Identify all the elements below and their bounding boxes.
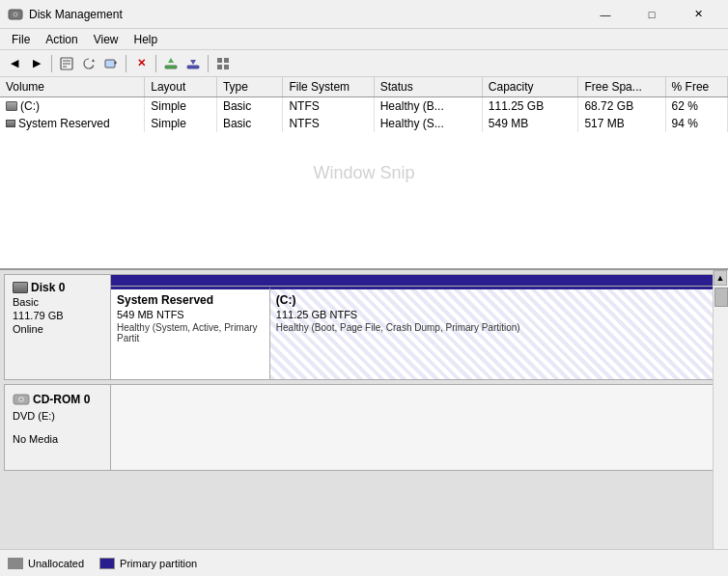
menu-help[interactable]: Help — [126, 31, 166, 48]
svg-marker-7 — [92, 59, 95, 62]
window-title: Disk Management — [29, 8, 123, 21]
legend-label-primary: Primary partition — [120, 558, 197, 569]
close-button[interactable]: ✕ — [676, 5, 720, 24]
svg-marker-14 — [190, 60, 196, 65]
legend-unallocated: Unallocated — [8, 558, 84, 569]
export-button[interactable] — [182, 53, 204, 74]
cell-freespace: 68.72 GB — [578, 96, 665, 115]
cell-volume: (C:) — [0, 96, 145, 115]
toolbar-separator-1 — [51, 55, 52, 72]
disk-0-label: Disk 0 Basic 111.79 GB Online — [5, 275, 111, 379]
col-capacity: Capacity — [482, 77, 578, 96]
table-area: Volume Layout Type File System Status Ca… — [0, 77, 728, 270]
disk-icon — [6, 101, 17, 111]
disk-0-name: Disk 0 — [31, 281, 65, 294]
legend-box-primary — [99, 558, 115, 569]
svg-marker-12 — [168, 58, 174, 63]
disk-0-header-bar — [111, 275, 723, 287]
properties-button[interactable] — [56, 53, 77, 74]
col-status: Status — [374, 77, 482, 96]
toolbar-separator-2 — [126, 55, 126, 72]
svg-rect-16 — [224, 58, 229, 63]
svg-rect-8 — [105, 60, 115, 68]
svg-rect-11 — [165, 66, 177, 69]
main-content: Volume Layout Type File System Status Ca… — [0, 77, 728, 576]
menu-bar: File Action View Help — [0, 29, 728, 50]
cell-layout: Simple — [145, 115, 217, 132]
table-row[interactable]: System Reserved Simple Basic NTFS Health… — [0, 115, 728, 132]
cdrom-name: CD-ROM 0 — [33, 393, 90, 406]
disk-0-row: Disk 0 Basic 111.79 GB Online System Res… — [4, 274, 724, 380]
menu-action[interactable]: Action — [38, 31, 85, 48]
disk-area-wrapper: Disk 0 Basic 111.79 GB Online System Res… — [0, 270, 728, 576]
cell-status: Healthy (S... — [374, 115, 482, 132]
maximize-button[interactable]: □ — [630, 5, 674, 24]
menu-file[interactable]: File — [4, 31, 38, 48]
import-button[interactable] — [160, 53, 182, 74]
cell-volume: System Reserved — [0, 115, 145, 132]
svg-rect-13 — [187, 66, 199, 69]
snip-watermark: Window Snip — [313, 163, 414, 183]
minimize-button[interactable]: — — [583, 5, 628, 24]
col-volume: Volume — [0, 77, 145, 96]
forward-button[interactable]: ▶ — [26, 53, 47, 74]
vertical-scrollbar[interactable]: ▲ ▼ — [713, 270, 728, 576]
toolbar-separator-4 — [208, 55, 209, 72]
svg-rect-15 — [217, 58, 222, 63]
svg-rect-18 — [224, 65, 229, 69]
legend-label-unallocated: Unallocated — [28, 558, 84, 569]
table-row[interactable]: (C:) Simple Basic NTFS Healthy (B... 111… — [0, 96, 728, 115]
volume-table: Volume Layout Type File System Status Ca… — [0, 77, 728, 132]
svg-rect-17 — [217, 65, 222, 69]
toolbar-separator-3 — [155, 55, 156, 72]
disk-area: Disk 0 Basic 111.79 GB Online System Res… — [0, 270, 728, 549]
svg-point-21 — [20, 398, 22, 400]
cell-layout: Simple — [145, 96, 217, 115]
title-bar: Disk Management — □ ✕ — [0, 0, 728, 29]
back-button[interactable]: ◀ — [4, 53, 25, 74]
partition-c[interactable]: (C:) 111.25 GB NTFS Healthy (Boot, Page … — [270, 287, 723, 379]
cdrom-status: No Media — [13, 433, 102, 445]
more-button[interactable] — [212, 53, 234, 74]
partition-name: System Reserved — [117, 293, 264, 307]
cdrom-icon — [13, 391, 30, 408]
cell-fs: NTFS — [283, 115, 374, 132]
window-controls: — □ ✕ — [583, 5, 720, 24]
cell-pctfree: 62 % — [665, 96, 727, 115]
cdrom-0-row: CD-ROM 0 DVD (E:) No Media — [4, 384, 724, 471]
disk-0-icon — [13, 282, 28, 293]
col-pctfree: % Free — [665, 77, 727, 96]
partition-system-reserved[interactable]: System Reserved 549 MB NTFS Healthy (Sys… — [111, 287, 270, 379]
partition-status: Healthy (System, Active, Primary Partit — [117, 322, 264, 343]
partition-size: 111.25 GB NTFS — [276, 309, 716, 320]
col-layout: Layout — [145, 77, 217, 96]
disk-icon-small — [6, 120, 15, 127]
cell-type: Basic — [216, 115, 283, 132]
cdrom-0-label: CD-ROM 0 DVD (E:) No Media — [5, 385, 111, 470]
menu-view[interactable]: View — [86, 31, 126, 48]
legend-primary: Primary partition — [99, 558, 197, 569]
cell-type: Basic — [216, 96, 283, 115]
partition-size: 549 MB NTFS — [117, 309, 264, 320]
cell-freespace: 517 MB — [578, 115, 665, 132]
cell-pctfree: 94 % — [665, 115, 727, 132]
col-type: Type — [216, 77, 283, 96]
disk-0-partitions-inner: System Reserved 549 MB NTFS Healthy (Sys… — [111, 287, 723, 379]
status-bar: Unallocated Primary partition — [0, 549, 728, 576]
delete-button[interactable]: ✕ — [130, 53, 152, 74]
partition-name: (C:) — [276, 293, 716, 307]
cell-status: Healthy (B... — [374, 96, 482, 115]
cdrom-drive: DVD (E:) — [13, 410, 102, 422]
col-fs: File System — [283, 77, 374, 96]
partition-status: Healthy (Boot, Page File, Crash Dump, Pr… — [276, 322, 716, 333]
disk-0-partitions: System Reserved 549 MB NTFS Healthy (Sys… — [111, 275, 723, 379]
legend-box-unallocated — [8, 558, 23, 569]
svg-point-2 — [14, 14, 16, 15]
disk-0-status: Online — [13, 323, 102, 335]
col-freespace: Free Spa... — [578, 77, 665, 96]
cdrom-content — [111, 385, 723, 470]
cell-fs: NTFS — [283, 96, 374, 115]
new-volume-button[interactable] — [100, 53, 122, 74]
refresh-button[interactable] — [78, 53, 99, 74]
cell-capacity: 111.25 GB — [482, 96, 578, 115]
